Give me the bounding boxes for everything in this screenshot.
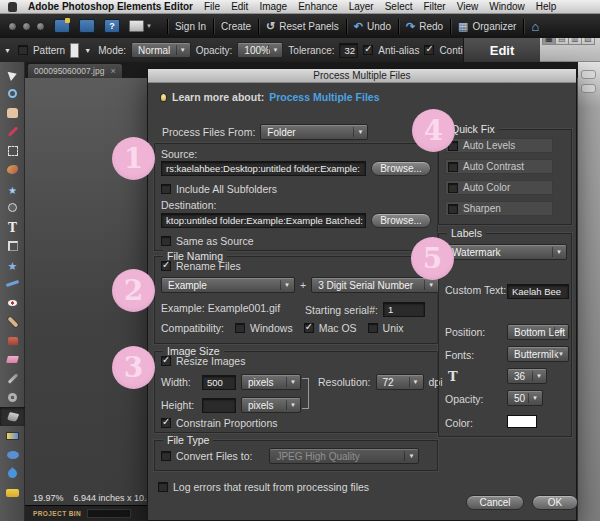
font-size-dropdown[interactable]: 36	[507, 368, 547, 384]
layout-caret-icon[interactable]: ▼	[146, 23, 152, 29]
source-browse-button[interactable]: Browse...	[371, 161, 431, 176]
tool-healing-brush[interactable]	[0, 312, 25, 331]
tool-move[interactable]	[0, 65, 25, 84]
menu-file[interactable]: File	[204, 1, 220, 12]
menu-enhance[interactable]: Enhance	[298, 1, 337, 12]
tool-blur[interactable]	[0, 464, 25, 483]
tolerance-input[interactable]: 32	[339, 43, 358, 58]
tab-close-icon[interactable]: ×	[110, 66, 115, 76]
anti-alias-checkbox[interactable]	[363, 45, 373, 55]
tool-clone-stamp[interactable]	[0, 331, 25, 350]
include-subfolders-checkbox[interactable]	[161, 184, 171, 194]
tool-shape[interactable]	[0, 445, 25, 464]
document-tab[interactable]: 000095060007.jpg ×	[27, 63, 123, 78]
windows-checkbox[interactable]	[235, 323, 245, 333]
menu-view[interactable]: View	[457, 1, 479, 12]
help-icon[interactable]: ?	[104, 19, 120, 33]
same-as-source-checkbox[interactable]	[161, 236, 171, 246]
resize-images-checkbox[interactable]	[161, 356, 171, 366]
source-path-input[interactable]: rs:kaelahbee:Desktop:untitled folder:Exa…	[161, 161, 366, 176]
tool-eraser[interactable]	[0, 350, 25, 369]
reset-panels-button[interactable]: Reset Panels	[266, 21, 339, 32]
cancel-button[interactable]: Cancel	[466, 495, 524, 510]
menu-window[interactable]: Window	[489, 1, 525, 12]
tool-straighten[interactable]	[0, 274, 25, 293]
width-unit-dropdown[interactable]: pixels	[241, 374, 301, 390]
apple-logo-icon[interactable]	[8, 2, 17, 12]
position-dropdown[interactable]: Bottom Left	[507, 324, 569, 340]
destination-browse-button[interactable]: Browse...	[371, 213, 431, 228]
window-zoom-button[interactable]	[36, 22, 45, 31]
mode-dropdown[interactable]: Normal	[131, 42, 191, 58]
tool-marquee[interactable]	[0, 141, 25, 160]
auto-contrast-checkbox[interactable]	[448, 162, 458, 172]
tool-sponge[interactable]	[0, 483, 25, 502]
zoom-percentage[interactable]: 19.97%	[33, 493, 64, 503]
menu-help[interactable]: Help	[536, 1, 557, 12]
rename-files-checkbox[interactable]	[161, 261, 171, 271]
tool-paint-bucket[interactable]	[0, 407, 25, 426]
sharpen-checkbox[interactable]	[448, 204, 458, 214]
tool-cookie-cutter[interactable]	[0, 255, 25, 274]
tool-quick-selection[interactable]	[0, 198, 25, 217]
home-button[interactable]	[531, 20, 539, 33]
opacity-dropdown[interactable]: 100%	[237, 42, 283, 58]
save-icon[interactable]	[79, 19, 95, 33]
starting-serial-input[interactable]: 1	[383, 302, 425, 317]
tool-smart-brush[interactable]	[0, 388, 25, 407]
resolution-dropdown[interactable]: 72	[376, 374, 424, 390]
log-errors-checkbox[interactable]	[158, 482, 168, 492]
auto-color-checkbox[interactable]	[448, 183, 458, 193]
width-input[interactable]: 500	[202, 375, 236, 390]
custom-text-input[interactable]: Kaelah Bee	[507, 284, 569, 299]
unix-checkbox[interactable]	[368, 323, 378, 333]
pattern-caret-icon[interactable]: ▼	[84, 47, 91, 54]
organizer-button[interactable]: Organizer	[458, 21, 516, 32]
sign-in-button[interactable]: Sign In	[175, 21, 206, 32]
tool-eyedropper[interactable]	[0, 122, 25, 141]
menu-image[interactable]: Image	[259, 1, 287, 12]
arrange-layout-icon[interactable]	[129, 20, 144, 32]
menu-filter[interactable]: Filter	[423, 1, 445, 12]
pattern-swatch[interactable]	[70, 43, 79, 58]
redo-button[interactable]: Redo	[406, 21, 443, 32]
tool-preset-caret-icon[interactable]: ▼	[4, 47, 11, 54]
pattern-checkbox[interactable]	[18, 45, 28, 55]
mac-os-checkbox[interactable]	[304, 323, 314, 333]
destination-path-input[interactable]: ktop:untitled folder:Example:Example Bat…	[161, 213, 366, 228]
new-file-icon[interactable]	[54, 19, 70, 33]
undo-button[interactable]: Undo	[354, 21, 391, 32]
constrain-proportions-checkbox[interactable]	[161, 418, 171, 428]
dialog-title-bar[interactable]: Process Multiple Files	[148, 69, 576, 83]
edit-tab-button[interactable]: Edit	[463, 38, 540, 62]
serial-number-dropdown[interactable]: 3 Digit Serial Number	[311, 277, 439, 293]
tool-crop[interactable]	[0, 236, 25, 255]
window-close-button[interactable]	[8, 22, 17, 31]
tool-red-eye[interactable]	[0, 293, 25, 312]
menu-layer[interactable]: Layer	[349, 1, 374, 12]
height-unit-dropdown[interactable]: pixels	[241, 397, 301, 413]
menu-edit[interactable]: Edit	[231, 1, 248, 12]
contiguous-checkbox[interactable]	[424, 45, 434, 55]
tool-brush[interactable]	[0, 369, 25, 388]
tool-lasso[interactable]	[0, 160, 25, 179]
create-button[interactable]: Create	[221, 21, 251, 32]
tool-magic-wand[interactable]	[0, 179, 25, 198]
project-bin[interactable]: PROJECT BIN	[25, 505, 147, 521]
tool-gradient[interactable]	[0, 426, 25, 445]
learn-more-link[interactable]: Process Multiple Files	[269, 91, 379, 103]
window-minimize-button[interactable]	[22, 22, 31, 31]
height-input[interactable]	[202, 398, 236, 413]
watermark-opacity-dropdown[interactable]: 50	[507, 390, 543, 406]
watermark-color-swatch[interactable]	[507, 415, 537, 428]
tool-hand[interactable]	[0, 103, 25, 122]
tool-type[interactable]	[0, 217, 25, 236]
process-from-dropdown[interactable]: Folder	[260, 124, 368, 140]
document-name-dropdown[interactable]: Example	[161, 277, 295, 293]
ok-button[interactable]: OK	[532, 495, 578, 510]
tool-zoom[interactable]	[0, 84, 25, 103]
label-type-dropdown[interactable]: Watermark	[445, 244, 567, 260]
convert-format-dropdown[interactable]: JPEG High Quality	[269, 448, 419, 464]
fonts-dropdown[interactable]: Buttermilk	[507, 346, 569, 362]
convert-files-checkbox[interactable]	[161, 451, 171, 461]
